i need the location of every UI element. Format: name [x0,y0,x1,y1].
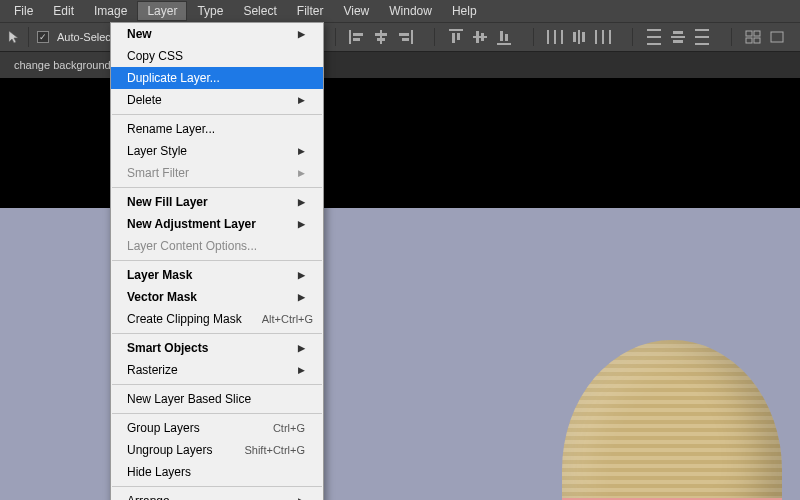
submenu-arrow-icon: ▶ [298,365,305,375]
menu-item-label: Hide Layers [127,465,191,479]
menu-item-group-layers[interactable]: Group LayersCtrl+G [111,417,323,439]
svg-rect-35 [695,43,709,45]
submenu-arrow-icon: ▶ [298,496,305,500]
menu-item-new-fill-layer[interactable]: New Fill Layer▶ [111,191,323,213]
menu-help[interactable]: Help [442,1,487,21]
align-right-icon[interactable] [396,28,414,46]
menu-window[interactable]: Window [379,1,442,21]
svg-rect-36 [746,31,752,36]
document-tab-label: change background c [14,59,119,71]
menu-item-hide-layers[interactable]: Hide Layers [111,461,323,483]
menu-item-shortcut: Ctrl+G [273,422,305,434]
distribute-h-center-icon[interactable] [570,28,588,46]
submenu-arrow-icon: ▶ [298,292,305,302]
menu-separator [112,187,322,188]
menu-item-label: Duplicate Layer... [127,71,220,85]
svg-rect-38 [746,38,752,43]
submenu-arrow-icon: ▶ [298,197,305,207]
menu-item-label: Arrange [127,494,170,500]
menu-item-layer-mask[interactable]: Layer Mask▶ [111,264,323,286]
submenu-arrow-icon: ▶ [298,270,305,280]
submenu-arrow-icon: ▶ [298,219,305,229]
menu-item-arrange[interactable]: Arrange▶ [111,490,323,500]
distribute-v-center-icon[interactable] [669,28,687,46]
menu-item-layer-style[interactable]: Layer Style▶ [111,140,323,162]
menu-filter[interactable]: Filter [287,1,334,21]
menu-separator [112,114,322,115]
menu-item-label: Smart Objects [127,341,208,355]
3d-mode-icon[interactable] [768,28,786,46]
separator [28,27,29,47]
svg-rect-5 [377,38,385,41]
align-bottom-icon[interactable] [495,28,513,46]
menu-item-label: Layer Content Options... [127,239,257,253]
menu-separator [112,413,322,414]
align-left-icon[interactable] [348,28,366,46]
menu-file[interactable]: File [4,1,43,21]
menu-item-rasterize[interactable]: Rasterize▶ [111,359,323,381]
svg-rect-6 [411,30,413,44]
menu-item-new-layer-based-slice[interactable]: New Layer Based Slice [111,388,323,410]
align-center-v-icon[interactable] [471,28,489,46]
menu-item-label: Smart Filter [127,166,189,180]
move-tool-icon [8,30,20,44]
menu-item-vector-mask[interactable]: Vector Mask▶ [111,286,323,308]
menu-separator [112,333,322,334]
svg-rect-11 [457,33,460,40]
svg-rect-13 [476,31,479,43]
svg-rect-14 [481,33,484,41]
menu-item-new[interactable]: New▶ [111,23,323,45]
menu-view[interactable]: View [333,1,379,21]
menu-item-delete[interactable]: Delete▶ [111,89,323,111]
svg-rect-33 [695,29,709,31]
distribute-h-left-icon[interactable] [546,28,564,46]
svg-rect-26 [609,30,611,44]
menu-item-new-adjustment-layer[interactable]: New Adjustment Layer▶ [111,213,323,235]
menu-item-rename-layer[interactable]: Rename Layer... [111,118,323,140]
submenu-arrow-icon: ▶ [298,29,305,39]
menu-separator [112,486,322,487]
svg-rect-22 [578,30,580,44]
menu-layer[interactable]: Layer [137,1,187,21]
auto-align-icon[interactable] [744,28,762,46]
distribute-v-bottom-icon[interactable] [693,28,711,46]
svg-rect-3 [380,30,382,44]
menu-item-shortcut: Shift+Ctrl+G [244,444,305,456]
menu-item-shortcut: Alt+Ctrl+G [262,313,313,325]
svg-rect-1 [353,33,363,36]
svg-rect-8 [402,38,409,41]
submenu-arrow-icon: ▶ [298,146,305,156]
submenu-arrow-icon: ▶ [298,95,305,105]
svg-rect-37 [754,31,760,36]
menu-item-create-clipping-mask[interactable]: Create Clipping MaskAlt+Ctrl+G [111,308,323,330]
menu-item-layer-content-options: Layer Content Options... [111,235,323,257]
menu-edit[interactable]: Edit [43,1,84,21]
distribute-h-right-icon[interactable] [594,28,612,46]
menu-type[interactable]: Type [187,1,233,21]
submenu-arrow-icon: ▶ [298,168,305,178]
align-center-h-icon[interactable] [372,28,390,46]
menu-item-ungroup-layers[interactable]: Ungroup LayersShift+Ctrl+G [111,439,323,461]
svg-rect-34 [695,36,709,38]
svg-rect-17 [505,34,508,41]
svg-rect-29 [647,43,661,45]
menu-item-label: Ungroup Layers [127,443,212,457]
distribute-v-top-icon[interactable] [645,28,663,46]
menu-item-label: Delete [127,93,162,107]
menu-item-label: New Fill Layer [127,195,208,209]
menu-item-copy-css[interactable]: Copy CSS [111,45,323,67]
svg-rect-10 [452,33,455,43]
auto-select-checkbox[interactable]: ✓ [37,31,49,43]
menu-item-label: Layer Mask [127,268,192,282]
menu-item-smart-objects[interactable]: Smart Objects▶ [111,337,323,359]
menu-item-label: Rasterize [127,363,178,377]
svg-rect-39 [754,38,760,43]
menu-item-duplicate-layer[interactable]: Duplicate Layer... [111,67,323,89]
svg-rect-4 [375,33,387,36]
menu-select[interactable]: Select [233,1,286,21]
menu-image[interactable]: Image [84,1,137,21]
menu-item-label: Layer Style [127,144,187,158]
align-top-icon[interactable] [447,28,465,46]
menu-item-label: New [127,27,152,41]
svg-rect-7 [399,33,409,36]
